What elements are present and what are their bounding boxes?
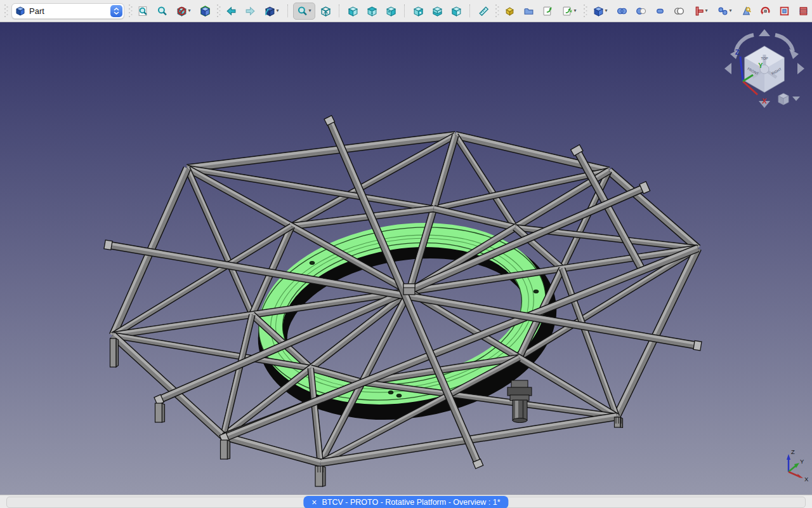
folder-icon <box>523 6 534 17</box>
home-view-button[interactable] <box>317 3 334 20</box>
nav-back-button[interactable] <box>223 3 240 20</box>
dropdown-caret-icon: ▾ <box>573 8 576 13</box>
freecad-window: Part▾▾▾▾▾▾▾ RIGHTFRONTTOPZXYZYX × BTCV -… <box>0 0 812 508</box>
primitives-button[interactable]: ▾ <box>589 3 612 20</box>
toolbar-separator <box>469 4 471 17</box>
toolbar-grip[interactable] <box>128 3 133 18</box>
join-objects-button[interactable]: ▾ <box>714 3 736 20</box>
toolbar-separator <box>404 4 405 17</box>
fit-selection-button[interactable] <box>154 3 171 20</box>
export2-icon <box>562 6 573 17</box>
fit-all-button[interactable] <box>134 3 152 20</box>
toolbar-grip[interactable] <box>582 3 587 18</box>
toolbar-separator <box>287 4 289 17</box>
draw-style-button[interactable]: ▾ <box>173 3 195 20</box>
measure-icon <box>478 6 489 17</box>
draw-style-icon <box>176 6 187 17</box>
document-tab-bar: × BTCV - PROTO - Rotative Platform - Ove… <box>0 495 812 508</box>
dropdown-caret-icon: ▾ <box>605 8 607 13</box>
create-part-button[interactable] <box>501 3 518 20</box>
loft-button[interactable] <box>795 3 812 20</box>
tab-close-icon[interactable]: × <box>311 498 317 507</box>
workbench-selector[interactable]: Part <box>11 3 124 19</box>
top-view-button[interactable] <box>363 3 381 20</box>
sync-view-button[interactable] <box>197 3 214 20</box>
dropdown-caret-icon: ▾ <box>188 8 190 13</box>
cube-front-icon <box>348 6 358 17</box>
nav-rotate-cw-icon[interactable] <box>775 35 793 51</box>
toolbar-grip[interactable] <box>494 3 499 18</box>
toolbar-separator <box>339 4 340 17</box>
nav-axis-y-label: Y <box>758 62 763 69</box>
cut-icon <box>636 6 646 17</box>
ring-bolt-hole <box>388 391 393 394</box>
mirror-button[interactable] <box>776 3 793 20</box>
dropdown-caret-icon: ▾ <box>308 8 311 13</box>
cube-rear-icon <box>413 6 424 17</box>
revolve-icon <box>760 6 771 17</box>
extrude-button[interactable]: ▾ <box>690 3 712 20</box>
document-tab[interactable]: × BTCV - PROTO - Rotative Platform - Ove… <box>303 496 508 508</box>
selector-stepper-icon[interactable] <box>110 5 122 17</box>
nav-arrow-left-icon[interactable] <box>724 63 731 74</box>
front-view-button[interactable] <box>344 3 362 20</box>
rear-view-button[interactable] <box>410 3 427 20</box>
ring-bolt-hole <box>310 261 315 264</box>
mirror-icon <box>779 6 790 17</box>
nav-axis-z-label: Z <box>735 48 740 56</box>
axis-z-label: Z <box>791 448 795 455</box>
center-hub[interactable] <box>403 284 415 295</box>
cube-top-icon <box>367 6 377 17</box>
create-group-button[interactable] <box>520 3 537 20</box>
nav-forward-button[interactable] <box>242 3 259 20</box>
cube-left-icon <box>451 6 462 17</box>
navigation-cube[interactable]: RIGHTFRONTTOPZXY <box>724 29 804 108</box>
tab-title: BTCV - PROTO - Rotative Platform - Overv… <box>322 498 501 507</box>
magnifier-icon <box>157 6 167 17</box>
right-view-button[interactable] <box>383 3 400 20</box>
fit-all-icon <box>138 6 148 17</box>
common-icon <box>655 6 665 17</box>
export-alt-button[interactable]: ▾ <box>558 3 580 20</box>
workbench-selector-value: Part <box>29 6 107 16</box>
axo-cube-icon <box>265 6 275 17</box>
revolve-button[interactable] <box>757 3 774 20</box>
part-workbench-icon <box>15 6 25 16</box>
nav-arrow-up-icon[interactable] <box>759 29 770 36</box>
dropdown-caret-icon: ▾ <box>729 8 731 13</box>
union-icon <box>617 6 627 17</box>
check-geom-icon <box>741 6 752 17</box>
magnifier-icon <box>297 6 308 17</box>
sections-icon <box>674 6 684 17</box>
arrow-back-icon <box>226 6 237 17</box>
bottom-view-button[interactable] <box>429 3 446 20</box>
measure-button[interactable] <box>475 3 492 20</box>
cube-right-icon <box>386 6 396 17</box>
ring-bolt-hole <box>396 394 402 397</box>
boolean-common-button[interactable] <box>652 3 669 20</box>
axis-indicator: ZYX <box>787 448 809 483</box>
isometric-view-button[interactable]: ▾ <box>261 3 283 20</box>
cross-sections-button[interactable] <box>671 3 688 20</box>
toolbar-grip[interactable] <box>3 3 8 18</box>
toolbar-grip[interactable] <box>216 3 221 18</box>
sync-cube-icon <box>200 6 211 17</box>
boolean-cut-button[interactable] <box>632 3 650 20</box>
cube-wire-icon <box>320 6 331 17</box>
axis-x-label: X <box>804 476 809 483</box>
cube-bottom-icon <box>432 6 443 17</box>
zoom-mode-button[interactable]: ▾ <box>293 3 315 20</box>
boolean-union-button[interactable] <box>613 3 631 20</box>
3d-viewport[interactable]: RIGHTFRONTTOPZXYZYX <box>0 22 812 495</box>
check-geometry-button[interactable] <box>738 3 755 20</box>
toolbar: Part▾▾▾▾▾▾▾ <box>0 0 812 22</box>
nav-mini-cube-icon[interactable] <box>778 93 789 105</box>
nav-menu-caret-icon[interactable] <box>792 97 800 101</box>
dropdown-caret-icon: ▾ <box>705 8 707 13</box>
export-button[interactable] <box>539 3 556 20</box>
left-view-button[interactable] <box>448 3 465 20</box>
part-yellow-icon <box>504 6 515 17</box>
model-canvas[interactable]: RIGHTFRONTTOPZXYZYX <box>0 22 812 495</box>
nav-arrow-right-icon[interactable] <box>797 63 804 74</box>
extrude-icon <box>693 6 704 17</box>
